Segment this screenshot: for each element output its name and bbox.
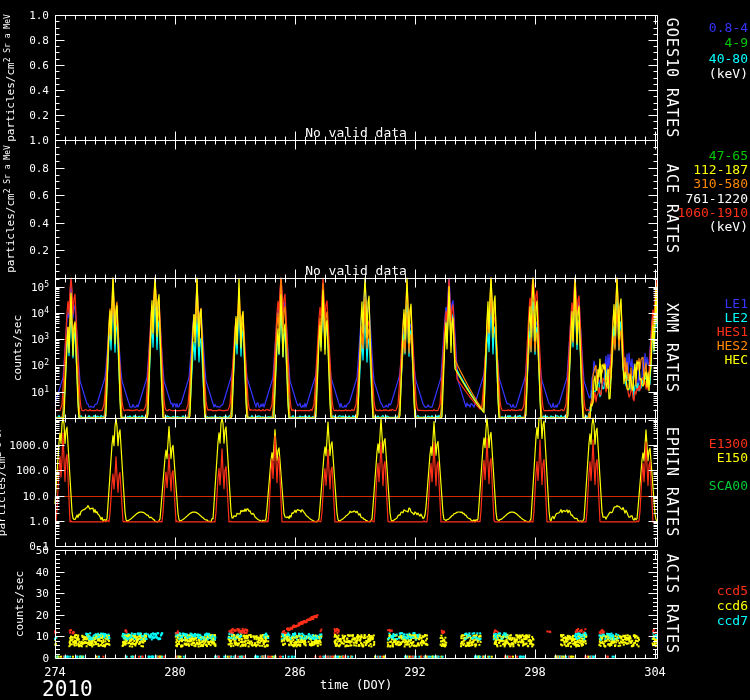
- goes-no-data-message: No valid data: [305, 126, 407, 139]
- ephin-legend-SCA00: SCA00: [709, 479, 748, 492]
- ace-side-label: ACE RATES: [664, 164, 679, 254]
- xmm-y-tick-10^4: 104: [31, 307, 49, 320]
- acis-y-tick-0: 0: [42, 653, 49, 664]
- xmm-y-tick-10^3: 103: [31, 333, 49, 346]
- xmm-y-tick-10^1: 101: [31, 385, 49, 398]
- ace-no-data-message: No valid data: [305, 264, 407, 277]
- acis-y-tick-50: 50: [36, 545, 49, 556]
- x-tick-292: 292: [404, 666, 426, 678]
- goes-legend-0.8-4: 0.8-4: [709, 21, 748, 34]
- ephin-side-label: EPHIN RATES: [664, 427, 679, 537]
- goes-side-label: GOES10 RATES: [664, 17, 679, 137]
- goes-legend-4-9: 4-9: [725, 36, 748, 49]
- ace-legend-1060-1910: 1060-1910: [678, 205, 748, 218]
- ephin-y-tick-10.0: 10.0: [23, 490, 50, 501]
- x-tick-280: 280: [164, 666, 186, 678]
- ace-legend-761-1220: 761-1220: [685, 191, 748, 204]
- xmm-side-label: XMM RATES: [664, 303, 679, 393]
- ace-y-tick-0.6: 0.6: [29, 190, 49, 201]
- ace-y-tick-1.0: 1.0: [29, 135, 49, 146]
- xmm-legend-HEC: HEC: [725, 353, 748, 366]
- goes-y-tick-0.8: 0.8: [29, 35, 49, 46]
- xmm-legend-HES1: HES1: [717, 325, 748, 338]
- goes-y-axis-label: particles/cm2 Sr a MeV: [4, 14, 17, 142]
- x-tick-304: 304: [644, 666, 666, 678]
- ace-y-tick-0.2: 0.2: [29, 245, 49, 256]
- ace-legend-112-187: 112-187: [693, 163, 748, 176]
- ephin-y-tick-1000.0: 1000.0: [9, 440, 49, 451]
- x-tick-286: 286: [284, 666, 306, 678]
- acis-side-label: ACIS RATES: [664, 554, 679, 654]
- acis-legend-ccd7: ccd7: [717, 614, 748, 627]
- goes-y-tick-0.2: 0.2: [29, 110, 49, 121]
- acis-y-tick-10: 10: [36, 631, 49, 642]
- xmm-y-axis-label: counts/sec: [12, 315, 23, 381]
- ace-legend-(keV): (keV): [709, 220, 748, 233]
- ephin-y-tick-100.0: 100.0: [16, 465, 49, 476]
- acis-y-axis-label: counts/sec: [14, 571, 25, 637]
- xmm-legend-LE2: LE2: [725, 311, 748, 324]
- ephin-legend-E150: E150: [717, 451, 748, 464]
- ace-y-tick-0.8: 0.8: [29, 162, 49, 173]
- ace-legend-47-65: 47-65: [709, 149, 748, 162]
- acis-y-tick-20: 20: [36, 609, 49, 620]
- ace-y-axis-label: particles/cm2 Sr a MeV: [4, 145, 17, 273]
- goes-y-tick-1.0: 1.0: [29, 10, 49, 21]
- xmm-y-tick-10^2: 102: [31, 359, 49, 372]
- x-axis-title: time (DOY): [320, 679, 392, 691]
- xmm-legend-LE1: LE1: [725, 297, 748, 310]
- acis-legend-ccd6: ccd6: [717, 599, 748, 612]
- xmm-legend-HES2: HES2: [717, 339, 748, 352]
- ephin-legend-E1300: E1300: [709, 437, 748, 450]
- ace-y-tick-0.4: 0.4: [29, 217, 49, 228]
- plot-canvas: [0, 0, 750, 700]
- year-label: 2010: [42, 679, 93, 700]
- goes-y-tick-0.6: 0.6: [29, 60, 49, 71]
- ace-legend-310-580: 310-580: [693, 177, 748, 190]
- ephin-y-tick-1.0: 1.0: [29, 515, 49, 526]
- x-tick-298: 298: [524, 666, 546, 678]
- goes-y-tick-0.4: 0.4: [29, 85, 49, 96]
- acis-y-tick-40: 40: [36, 566, 49, 577]
- acis-y-tick-30: 30: [36, 588, 49, 599]
- xmm-y-tick-10^5: 105: [31, 280, 49, 293]
- acis-legend-ccd5: ccd5: [717, 584, 748, 597]
- goes-legend-40-80: 40-80: [709, 51, 748, 64]
- goes-legend-(keV): (keV): [709, 66, 748, 79]
- ephin-y-axis-label: particles/cm2 s sr: [0, 428, 7, 536]
- radiation-environment-multipanel-plot: GOES10 RATESparticles/cm2 Sr a MeV1.00.8…: [0, 0, 750, 700]
